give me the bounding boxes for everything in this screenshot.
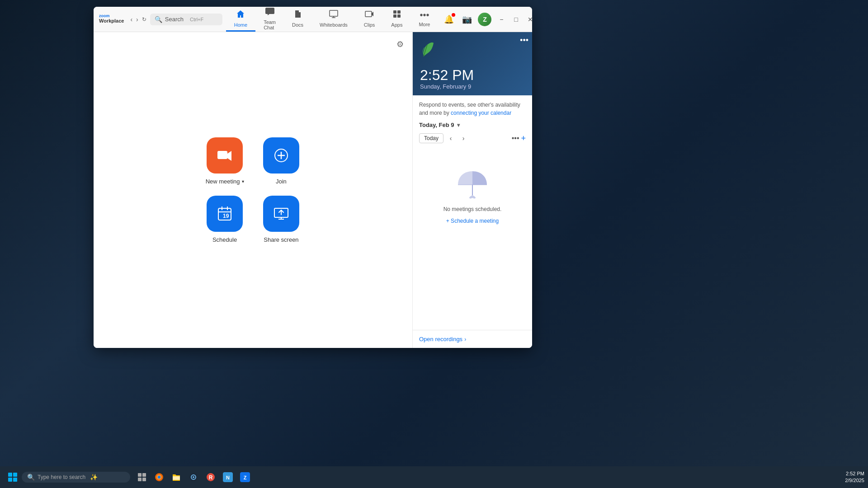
svg-rect-7 bbox=[397, 14, 401, 18]
zoom-app-window: zoom Workplace ‹ › ↻ 🔍 Search Ctrl+F Hom… bbox=[94, 7, 532, 348]
taskbar-right: 2:52 PM 2/9/2025 bbox=[845, 470, 864, 484]
notification-badge bbox=[452, 13, 455, 17]
svg-text:19: 19 bbox=[223, 213, 229, 219]
taskbar-files[interactable] bbox=[168, 469, 184, 485]
taskbar-app2[interactable]: N bbox=[220, 469, 236, 485]
tab-clips[interactable]: Clips bbox=[356, 7, 383, 32]
home-panel: ⚙ New meeting ▾ bbox=[94, 32, 412, 348]
new-meeting-button[interactable] bbox=[207, 137, 243, 174]
connect-calendar-link[interactable]: connecting your calendar bbox=[451, 110, 511, 116]
taskbar-task-view[interactable] bbox=[134, 469, 150, 485]
search-label: Search bbox=[165, 16, 184, 23]
user-avatar[interactable]: Z bbox=[478, 13, 491, 26]
tab-home[interactable]: Home bbox=[226, 7, 255, 32]
new-meeting-item: New meeting ▾ bbox=[206, 137, 244, 185]
docs-icon bbox=[293, 9, 302, 21]
tab-home-label: Home bbox=[234, 22, 247, 28]
title-bar: zoom Workplace ‹ › ↻ 🔍 Search Ctrl+F Hom… bbox=[94, 7, 532, 32]
no-meetings-area: No meetings scheduled. + Schedule a meet… bbox=[419, 151, 526, 238]
calendar-body: Respond to events, see other's availabil… bbox=[413, 95, 532, 330]
tab-more[interactable]: ••• More bbox=[410, 7, 438, 31]
tab-apps[interactable]: Apps bbox=[383, 7, 410, 32]
svg-rect-3 bbox=[365, 11, 372, 17]
whiteboards-icon bbox=[329, 9, 338, 21]
action-grid: New meeting ▾ Join bbox=[206, 137, 301, 243]
new-meeting-text: New meeting bbox=[206, 178, 240, 185]
schedule-meeting-link[interactable]: + Schedule a meeting bbox=[446, 218, 499, 224]
tab-apps-label: Apps bbox=[391, 22, 402, 28]
tab-whiteboards[interactable]: Whiteboards bbox=[311, 7, 356, 32]
settings-button[interactable]: ⚙ bbox=[393, 38, 407, 51]
join-button[interactable] bbox=[263, 137, 299, 174]
notifications-button[interactable]: 🔔 bbox=[442, 12, 456, 27]
close-button[interactable]: ✕ bbox=[524, 13, 532, 26]
nav-tabs: Home Team Chat Docs bbox=[226, 7, 439, 34]
svg-rect-10 bbox=[222, 152, 223, 156]
refresh-button[interactable]: ↻ bbox=[142, 14, 146, 25]
tab-more-label: More bbox=[419, 22, 430, 27]
taskbar: 🔍 Type here to search ✨ bbox=[0, 466, 868, 488]
svg-text:R: R bbox=[209, 474, 213, 481]
svg-rect-26 bbox=[138, 478, 142, 481]
schedule-label: Schedule bbox=[212, 236, 237, 243]
calendar-panel: 2:52 PM Sunday, February 9 ••• Respond t… bbox=[412, 32, 532, 348]
current-date: Sunday, February 9 bbox=[420, 83, 474, 90]
svg-rect-6 bbox=[393, 14, 396, 18]
tab-docs[interactable]: Docs bbox=[284, 7, 311, 32]
tab-whiteboards-label: Whiteboards bbox=[320, 22, 348, 28]
back-button[interactable]: ‹ bbox=[130, 14, 132, 25]
calendar-header-banner: 2:52 PM Sunday, February 9 ••• bbox=[413, 32, 532, 95]
screen-capture-button[interactable]: 📷 bbox=[460, 12, 474, 27]
home-icon bbox=[236, 9, 245, 21]
maximize-button[interactable]: □ bbox=[509, 13, 522, 26]
prev-day-button[interactable]: ‹ bbox=[445, 133, 456, 144]
search-icon: 🔍 bbox=[155, 16, 162, 23]
taskbar-app1[interactable]: R bbox=[203, 469, 219, 485]
tab-team-chat[interactable]: Team Chat bbox=[255, 7, 284, 34]
taskbar-firefox[interactable] bbox=[151, 469, 167, 485]
copilot-icon: ✨ bbox=[90, 474, 98, 481]
taskbar-search-icon: 🔍 bbox=[27, 474, 35, 481]
tab-team-chat-label: Team Chat bbox=[264, 19, 276, 30]
open-recordings-row: Open recordings › bbox=[413, 330, 532, 348]
share-screen-button[interactable] bbox=[263, 196, 299, 232]
share-screen-label: Share screen bbox=[264, 236, 298, 243]
svg-rect-24 bbox=[138, 473, 142, 477]
svg-rect-0 bbox=[330, 10, 338, 16]
calendar-options-button[interactable]: ••• bbox=[520, 36, 528, 45]
zoom-logo: zoom Workplace bbox=[99, 14, 124, 24]
minimize-button[interactable]: − bbox=[495, 13, 508, 26]
schedule-button[interactable]: 19 bbox=[207, 196, 243, 232]
windows-logo bbox=[8, 473, 17, 482]
svg-rect-25 bbox=[142, 473, 146, 477]
search-shortcut: Ctrl+F bbox=[190, 17, 203, 22]
svg-rect-4 bbox=[393, 10, 396, 14]
add-event-button[interactable]: + bbox=[521, 134, 526, 143]
gear-icon: ⚙ bbox=[396, 39, 404, 49]
taskbar-search-bar[interactable]: 🔍 Type here to search ✨ bbox=[22, 472, 130, 483]
clips-icon bbox=[365, 9, 374, 21]
header-icons: 🔔 📷 Z bbox=[442, 12, 491, 27]
next-day-button[interactable]: › bbox=[458, 133, 469, 144]
today-row: Today, Feb 9 ▾ bbox=[419, 122, 526, 128]
zoom-brand-zoom: zoom bbox=[99, 14, 124, 18]
open-recordings-link[interactable]: Open recordings bbox=[419, 336, 462, 343]
start-button[interactable] bbox=[4, 468, 22, 486]
svg-text:N: N bbox=[226, 475, 230, 480]
calendar-more-button[interactable]: ••• bbox=[512, 134, 519, 142]
today-chevron-icon[interactable]: ▾ bbox=[457, 122, 460, 128]
new-meeting-dropdown-icon: ▾ bbox=[242, 179, 244, 184]
svg-text:Z: Z bbox=[244, 475, 247, 480]
taskbar-zoom[interactable]: Z bbox=[237, 469, 253, 485]
search-bar[interactable]: 🔍 Search Ctrl+F bbox=[150, 14, 222, 25]
main-content: ⚙ New meeting ▾ bbox=[94, 32, 532, 348]
camera-icon: 📷 bbox=[462, 14, 472, 24]
today-button[interactable]: Today bbox=[419, 133, 443, 143]
taskbar-time-display: 2:52 PM bbox=[845, 470, 864, 477]
today-label: Today, Feb 9 bbox=[419, 122, 454, 128]
umbrella-illustration bbox=[454, 164, 491, 201]
forward-button[interactable]: › bbox=[136, 14, 138, 25]
zoom-brand-workplace: Workplace bbox=[99, 18, 124, 24]
open-recordings-arrow-icon: › bbox=[464, 336, 466, 343]
taskbar-steam[interactable] bbox=[185, 469, 202, 485]
